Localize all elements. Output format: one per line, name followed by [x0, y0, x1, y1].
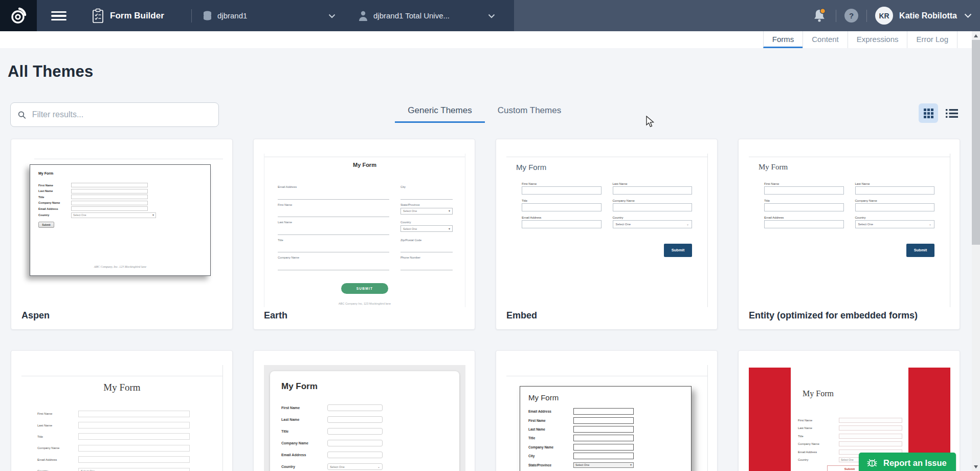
preview-submit-button: Submit [906, 244, 934, 257]
filter-input[interactable] [32, 110, 211, 119]
preview-field-row: Email Address [37, 454, 190, 465]
preview-field-label: Company Name [528, 445, 573, 449]
preview-field-row: First Name [278, 203, 389, 221]
scrollbar-down-icon[interactable] [972, 462, 980, 471]
preview-field-label: Last Name [613, 182, 693, 185]
preview-field-row: Country Select One▾ [38, 212, 202, 218]
preview-field-input [522, 186, 602, 195]
preview-field: Last Name [855, 182, 935, 195]
preview-red-band-left [749, 368, 791, 471]
preview-field-input [522, 203, 602, 211]
preview-field-label: Last Name [528, 427, 573, 431]
preview-field-label: First Name [528, 419, 573, 422]
theme-card-6[interactable]: My Form First Name Last Name Title Compa… [253, 350, 475, 471]
preview-field-label: First Name [278, 203, 389, 206]
preview-field-input [78, 445, 190, 452]
preview-field: Last Name [613, 182, 693, 195]
preview-field: Country Select One⌄ [613, 216, 693, 228]
preview-field-label: Country [798, 458, 839, 461]
tab-generic-themes[interactable]: Generic Themes [395, 105, 485, 123]
report-issue-button[interactable]: Report an Issue [859, 453, 956, 471]
preview-field-input [71, 189, 148, 194]
theme-card-7[interactable]: My Form Email Address First Name Last Na… [496, 350, 718, 471]
help-icon[interactable]: ? [844, 9, 858, 23]
grid-view-button[interactable] [919, 103, 938, 123]
theme-preview-embed: My Form First Name Last Name Title Compa… [506, 154, 708, 307]
theme-name: Embed [506, 310, 537, 321]
preview-field-label: Last Name [278, 221, 389, 224]
tab-expressions[interactable]: Expressions [848, 31, 907, 48]
theme-preview-5: My Form First Name Last Name Title Compa… [21, 365, 223, 471]
report-issue-label: Report an Issue [883, 458, 947, 468]
theme-card-aspen[interactable]: My Form First Name Last Name Title Compa… [11, 139, 233, 330]
preview-field-input [71, 183, 148, 187]
top-navbar: Form Builder djbrand1 djbrand1 Total Uni… [0, 0, 980, 31]
preview-field-row: Title [278, 239, 389, 256]
workspace-dropdown[interactable]: djbrand1 Total Unive... [358, 0, 497, 31]
preview-field: Title [764, 199, 844, 211]
preview-field-underline [278, 217, 389, 217]
preview-field-underline [278, 270, 389, 270]
tab-custom-themes[interactable]: Custom Themes [491, 105, 568, 123]
theme-card-entity[interactable]: My Form First Name Last Name Title Compa… [738, 139, 960, 330]
preview-field-input [839, 434, 902, 439]
preview-field-label: Email Address [522, 216, 602, 219]
preview-field-row: Company Name [278, 256, 389, 274]
chevron-down-icon[interactable] [964, 13, 972, 18]
theme-preview-entity: My Form First Name Last Name Title Compa… [749, 154, 950, 307]
preview-field-label: First Name [522, 182, 602, 185]
preview-field-label: Country [281, 465, 327, 468]
select-caret-icon: ⌄ [929, 223, 931, 226]
preview-footer-text: ABC Company Inc, 123 Mockingbird lane [264, 302, 465, 305]
preview-field-input [327, 404, 383, 411]
nav-divider [191, 9, 192, 23]
scrollbar-thumb[interactable] [972, 40, 980, 245]
theme-card-embed[interactable]: My Form First Name Last Name Title Compa… [496, 139, 718, 330]
preview-select-value: Select One [73, 213, 86, 217]
preview-field-row: Company Name [798, 440, 902, 448]
theme-preview-7: My Form Email Address First Name Last Na… [506, 365, 708, 471]
acton-logo-icon [9, 6, 28, 26]
acton-logo[interactable] [0, 0, 37, 31]
theme-card-5[interactable]: My Form First Name Last Name Title Compa… [11, 350, 233, 471]
grid-view-icon [924, 109, 933, 118]
tab-forms[interactable]: Forms [763, 31, 803, 48]
preview-field-row: Email Address Country Select One⌄ [522, 216, 692, 228]
preview-field-label: Email Address [37, 458, 78, 461]
preview-field-label: Email Address [278, 185, 389, 188]
preview-field-label: First Name [764, 182, 844, 185]
select-caret-icon: ⌄ [686, 223, 689, 226]
preview-select: Select One⌄ [855, 220, 935, 228]
tab-content[interactable]: Content [803, 31, 848, 48]
preview-field-row: Last Name [528, 425, 683, 434]
preview-page-edge [21, 376, 222, 376]
scrollbar-up-icon[interactable] [972, 31, 980, 40]
preview-field-input [327, 452, 383, 458]
preview-field-label: Last Name [38, 189, 71, 192]
theme-card-earth[interactable]: My Form Email Address First Name Last Na… [253, 139, 475, 330]
preview-select: Select One▾ [400, 208, 453, 215]
list-view-button[interactable] [942, 103, 962, 123]
preview-left-column: Email Address First Name Last Name Title… [278, 185, 389, 274]
preview-field: Country Select One⌄ [855, 216, 935, 228]
preview-field-row: Last Name [798, 424, 902, 433]
user-name[interactable]: Katie Robilotta [899, 11, 957, 20]
theme-preview-earth: My Form Email Address First Name Last Na… [264, 154, 465, 307]
scrollbar[interactable] [972, 31, 980, 471]
preview-field: Company Name [613, 199, 693, 211]
preview-field-input [764, 220, 844, 228]
preview-field-input [839, 425, 902, 431]
notifications-bell[interactable] [812, 8, 828, 24]
preview-field-label: Phone Number [400, 256, 453, 259]
hamburger-menu-icon[interactable] [51, 11, 66, 20]
preview-field-label: First Name [37, 412, 78, 415]
account-dropdown[interactable]: djbrand1 [203, 0, 338, 31]
avatar[interactable]: KR [875, 7, 893, 25]
preview-select: Select One▾ [573, 462, 634, 468]
tab-error-log[interactable]: Error Log [907, 31, 957, 48]
preview-field-row: Company Name [38, 201, 202, 205]
preview-field-row: First Name [798, 416, 902, 424]
preview-field-underline [400, 270, 453, 270]
preview-form-title: My Form [38, 172, 202, 175]
preview-form-title: My Form [21, 382, 222, 393]
